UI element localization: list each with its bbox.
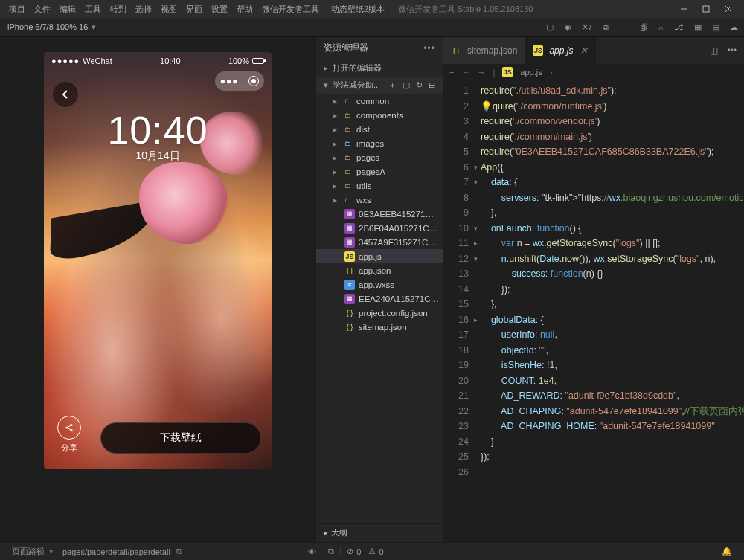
open-editors-section[interactable]: ▸ 打开的编辑器 xyxy=(316,59,443,77)
menu-devtools[interactable]: 微信开发者工具 xyxy=(257,4,324,15)
refresh-icon[interactable]: ↻ xyxy=(416,80,423,90)
collapse-icon[interactable]: ⊟ xyxy=(429,80,435,90)
carrier-label: WeChat xyxy=(83,57,112,65)
menu-file[interactable]: 文件 xyxy=(30,4,55,15)
file-project.config.json[interactable]: { }project.config.json xyxy=(316,306,443,320)
tab-sitemap-json[interactable]: { } sitemap.json xyxy=(443,37,525,64)
device-selector[interactable]: iPhone 6/7/8 100% 16 ▾ xyxy=(0,22,103,32)
file-tree: ▸🗀common▸🗀components▸🗀dist▸🗀images▸🗀page… xyxy=(316,94,443,334)
menu-goto[interactable]: 转到 xyxy=(106,4,131,15)
popout-toggle[interactable]: ⧉ xyxy=(322,547,340,556)
folder-images[interactable]: ▸🗀images xyxy=(316,136,443,150)
nav-back-icon[interactable]: ← xyxy=(461,68,469,77)
list-icon[interactable]: ≡ xyxy=(449,68,454,77)
file-3457A9F315271CAF52...[interactable]: ▦3457A9F315271CAF52... xyxy=(316,235,443,249)
file-app.js[interactable]: JSapp.js xyxy=(316,249,443,263)
file-app.json[interactable]: { }app.json xyxy=(316,263,443,277)
page-path[interactable]: 页面路径 ▾ | pages/paperdetail/paperdetail ⧉ xyxy=(6,546,188,557)
debug-icon[interactable]: ▤ xyxy=(712,22,719,32)
code-editor[interactable]: 123456▾7▾8910▾11▸12▾13141516▸17181920212… xyxy=(443,80,744,542)
menu-settings[interactable]: 设置 xyxy=(207,4,232,15)
js-icon: JS xyxy=(533,45,543,56)
problems[interactable]: ⊘0 ⚠0 xyxy=(340,547,389,556)
menu-select[interactable]: 选择 xyxy=(131,4,156,15)
file-0E3AEEB415271CAF68...[interactable]: ▦0E3AEEB415271CAF68... xyxy=(316,207,443,221)
folder-utils[interactable]: ▸🗀utils xyxy=(316,178,443,193)
bell-icon: 🔔 xyxy=(722,547,732,556)
branch-icon[interactable]: ⎇ xyxy=(674,22,684,32)
js-icon: JS xyxy=(502,67,513,77)
cloud-icon[interactable]: ☁ xyxy=(730,22,738,32)
editor-tabs: { } sitemap.json JS app.js ✕ ◫ ••• xyxy=(443,37,744,64)
capsule-close-icon[interactable] xyxy=(248,76,259,86)
phone-statusbar: ●●●●● WeChat 10:40 100% xyxy=(44,57,272,65)
battery-icon xyxy=(252,58,264,64)
eye-icon: 👁 xyxy=(308,547,316,556)
file-EEA240A115271CAF88...[interactable]: ▦EEA240A115271CAF88... xyxy=(316,292,443,306)
line-gutter: 123456▾7▾8910▾11▸12▾13141516▸17181920212… xyxy=(443,80,476,542)
svg-rect-1 xyxy=(703,6,709,12)
chevron-down-icon: ▾ xyxy=(92,22,96,31)
folder-pagesA[interactable]: ▸🗀pagesA xyxy=(316,164,443,178)
chevron-right-icon: ▸ xyxy=(324,528,328,538)
menu-view[interactable]: 视图 xyxy=(156,4,182,15)
chevron-right-icon: ▸ xyxy=(324,63,330,73)
more-icon[interactable]: ••• xyxy=(423,43,435,54)
json-icon: { } xyxy=(451,45,461,56)
code-lines[interactable]: require("./utils/u8ad_sdk.min.js");💡quir… xyxy=(476,80,744,542)
folder-wxs[interactable]: ▸🗀wxs xyxy=(316,193,443,207)
project-root-section[interactable]: ▾ 学法减分助... ＋ ▢ ↻ ⊟ xyxy=(316,77,443,94)
capsule-more-icon[interactable]: ●●● xyxy=(220,76,239,86)
battery-percent: 100% xyxy=(228,57,249,65)
breadcrumb-file[interactable]: app.js xyxy=(520,68,542,77)
new-file-icon[interactable]: ＋ xyxy=(388,80,397,91)
window-close[interactable] xyxy=(717,0,740,18)
menu-help[interactable]: 帮助 xyxy=(232,4,257,15)
menu-edit[interactable]: 编辑 xyxy=(55,4,80,15)
folder-common[interactable]: ▸🗀common xyxy=(316,94,443,108)
download-button[interactable]: 下载壁纸 xyxy=(100,422,261,454)
popout-icon[interactable]: ⧉ xyxy=(603,22,609,32)
phone-simulator[interactable]: ●●●●● WeChat 10:40 100% ●●● 10:40 10月14日 xyxy=(44,52,272,469)
menu-ui[interactable]: 界面 xyxy=(182,4,207,15)
split-icon[interactable]: ◫ xyxy=(710,45,718,56)
status-time: 10:40 xyxy=(160,57,181,65)
menu-tools[interactable]: 工具 xyxy=(80,4,106,15)
window-maximize[interactable] xyxy=(695,0,717,18)
chevron-right-icon: › xyxy=(550,68,553,77)
breadcrumb: ≡ ← → | JS app.js › xyxy=(443,64,744,80)
titlebar: 项目 文件 编辑 工具 转到 选择 视图 界面 设置 帮助 微信开发者工具 动态… xyxy=(0,0,744,18)
simulator-area: ●●●●● WeChat 10:40 100% ●●● 10:40 10月14日 xyxy=(0,37,315,542)
share-icon xyxy=(57,416,81,440)
capsule-button[interactable]: ●●● xyxy=(215,71,264,91)
file-sitemap.json[interactable]: { }sitemap.json xyxy=(316,320,443,334)
back-button[interactable] xyxy=(53,82,78,107)
wallpaper-clock: 10:40 10月14日 xyxy=(44,108,272,163)
share-button[interactable]: 分享 xyxy=(57,416,81,454)
folder-dist[interactable]: ▸🗀dist xyxy=(316,122,443,136)
search-icon[interactable]: ⌕ xyxy=(658,23,664,32)
copy-icon[interactable]: ⧉ xyxy=(176,547,182,556)
tab-app-js[interactable]: JS app.js ✕ xyxy=(525,37,596,64)
more-icon[interactable]: ••• xyxy=(727,45,737,56)
new-dir-icon[interactable]: ▢ xyxy=(403,80,410,90)
file-2B6F04A015271CAF4D...[interactable]: ▦2B6F04A015271CAF4D... xyxy=(316,221,443,235)
folder-pages[interactable]: ▸🗀pages xyxy=(316,150,443,164)
chevron-down-icon: ▾ xyxy=(324,80,330,90)
nav-fwd-icon[interactable]: → xyxy=(477,68,485,77)
folder-components[interactable]: ▸🗀components xyxy=(316,108,443,122)
menu-project[interactable]: 项目 xyxy=(4,4,30,15)
outline-section[interactable]: ▸ 大纲 xyxy=(316,523,443,542)
mute-icon[interactable]: ✕♪ xyxy=(582,22,593,32)
notifications[interactable]: 🔔 xyxy=(716,547,738,556)
window-minimize[interactable] xyxy=(673,0,695,18)
status-bar: 页面路径 ▾ | pages/paperdetail/paperdetail ⧉… xyxy=(0,542,744,560)
visibility-toggle[interactable]: 👁 xyxy=(302,547,322,556)
record-icon[interactable]: ◉ xyxy=(564,22,571,32)
close-icon[interactable]: ✕ xyxy=(580,45,588,56)
extensions-icon[interactable]: ▦ xyxy=(694,22,702,32)
sidebar-files-icon[interactable]: 🗐 xyxy=(640,23,648,32)
file-app.wxss[interactable]: #app.wxss xyxy=(316,277,443,292)
clock-time: 10:40 xyxy=(44,108,272,152)
rotate-icon[interactable]: ▢ xyxy=(546,22,554,32)
